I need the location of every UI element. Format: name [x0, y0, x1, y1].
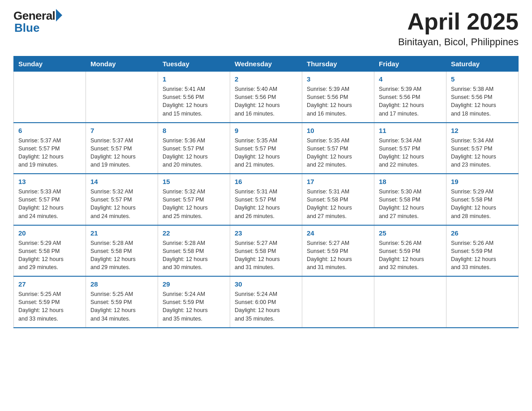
day-info: Sunrise: 5:32 AM Sunset: 5:57 PM Dayligh… — [163, 188, 225, 220]
day-number: 6 — [18, 126, 81, 135]
calendar-cell: 22Sunrise: 5:28 AM Sunset: 5:58 PM Dayli… — [158, 225, 230, 277]
day-info: Sunrise: 5:36 AM Sunset: 5:57 PM Dayligh… — [163, 137, 225, 169]
calendar-cell: 15Sunrise: 5:32 AM Sunset: 5:57 PM Dayli… — [158, 174, 230, 225]
day-info: Sunrise: 5:37 AM Sunset: 5:57 PM Dayligh… — [90, 137, 153, 169]
day-number: 30 — [235, 279, 297, 289]
page-header: General Blue April 2025 Binitayan, Bicol… — [13, 9, 519, 48]
calendar-week-5: 27Sunrise: 5:25 AM Sunset: 5:59 PM Dayli… — [14, 276, 519, 328]
calendar-cell: 17Sunrise: 5:31 AM Sunset: 5:58 PM Dayli… — [302, 174, 374, 225]
day-number: 23 — [235, 228, 297, 238]
day-info: Sunrise: 5:33 AM Sunset: 5:57 PM Dayligh… — [18, 188, 81, 220]
calendar-cell: 30Sunrise: 5:24 AM Sunset: 6:00 PM Dayli… — [230, 276, 302, 328]
calendar-cell: 6Sunrise: 5:37 AM Sunset: 5:57 PM Daylig… — [14, 123, 86, 174]
day-info: Sunrise: 5:29 AM Sunset: 5:58 PM Dayligh… — [18, 239, 81, 272]
day-number: 4 — [379, 74, 442, 84]
day-info: Sunrise: 5:25 AM Sunset: 5:59 PM Dayligh… — [90, 290, 153, 323]
day-number: 5 — [451, 74, 514, 84]
calendar-cell: 23Sunrise: 5:27 AM Sunset: 5:58 PM Dayli… — [230, 225, 302, 277]
day-info: Sunrise: 5:41 AM Sunset: 5:56 PM Dayligh… — [163, 85, 225, 118]
calendar-header-monday: Monday — [86, 56, 158, 72]
day-info: Sunrise: 5:34 AM Sunset: 5:57 PM Dayligh… — [379, 137, 442, 169]
calendar-cell — [14, 72, 86, 123]
day-info: Sunrise: 5:24 AM Sunset: 5:59 PM Dayligh… — [163, 290, 225, 323]
day-info: Sunrise: 5:30 AM Sunset: 5:58 PM Dayligh… — [379, 188, 442, 220]
calendar-week-1: 1Sunrise: 5:41 AM Sunset: 5:56 PM Daylig… — [14, 72, 519, 123]
calendar-cell: 11Sunrise: 5:34 AM Sunset: 5:57 PM Dayli… — [374, 123, 446, 174]
calendar-cell: 21Sunrise: 5:28 AM Sunset: 5:58 PM Dayli… — [86, 225, 158, 277]
day-info: Sunrise: 5:26 AM Sunset: 5:59 PM Dayligh… — [379, 239, 442, 272]
day-number: 12 — [451, 126, 514, 135]
calendar-week-2: 6Sunrise: 5:37 AM Sunset: 5:57 PM Daylig… — [14, 123, 519, 174]
day-info: Sunrise: 5:32 AM Sunset: 5:57 PM Dayligh… — [90, 188, 153, 220]
calendar-table: SundayMondayTuesdayWednesdayThursdayFrid… — [13, 56, 519, 328]
calendar-cell: 29Sunrise: 5:24 AM Sunset: 5:59 PM Dayli… — [158, 276, 230, 328]
calendar-cell: 25Sunrise: 5:26 AM Sunset: 5:59 PM Dayli… — [374, 225, 446, 277]
day-number: 24 — [307, 228, 369, 238]
day-info: Sunrise: 5:28 AM Sunset: 5:58 PM Dayligh… — [163, 239, 225, 272]
day-number: 18 — [379, 177, 442, 186]
calendar-week-3: 13Sunrise: 5:33 AM Sunset: 5:57 PM Dayli… — [14, 174, 519, 225]
day-number: 21 — [90, 228, 153, 238]
day-info: Sunrise: 5:26 AM Sunset: 5:59 PM Dayligh… — [451, 239, 514, 272]
calendar-cell: 18Sunrise: 5:30 AM Sunset: 5:58 PM Dayli… — [374, 174, 446, 225]
calendar-cell: 10Sunrise: 5:35 AM Sunset: 5:57 PM Dayli… — [302, 123, 374, 174]
calendar-cell: 8Sunrise: 5:36 AM Sunset: 5:57 PM Daylig… — [158, 123, 230, 174]
day-number: 28 — [90, 279, 153, 289]
calendar-header-wednesday: Wednesday — [230, 56, 302, 72]
day-number: 15 — [163, 177, 225, 186]
calendar-header-tuesday: Tuesday — [158, 56, 230, 72]
day-info: Sunrise: 5:39 AM Sunset: 5:56 PM Dayligh… — [379, 85, 442, 118]
day-number: 7 — [90, 126, 153, 135]
logo-blue-text: Blue — [14, 21, 39, 35]
day-number: 3 — [307, 74, 369, 84]
calendar-cell: 9Sunrise: 5:35 AM Sunset: 5:57 PM Daylig… — [230, 123, 302, 174]
day-number: 14 — [90, 177, 153, 186]
calendar-header-row: SundayMondayTuesdayWednesdayThursdayFrid… — [14, 56, 519, 72]
calendar-cell: 19Sunrise: 5:29 AM Sunset: 5:58 PM Dayli… — [446, 174, 519, 225]
calendar-cell: 3Sunrise: 5:39 AM Sunset: 5:56 PM Daylig… — [302, 72, 374, 123]
calendar-cell: 4Sunrise: 5:39 AM Sunset: 5:56 PM Daylig… — [374, 72, 446, 123]
day-number: 9 — [235, 126, 297, 135]
calendar-cell — [446, 276, 519, 328]
page-subtitle: Binitayan, Bicol, Philippines — [398, 36, 519, 48]
day-number: 27 — [18, 279, 81, 289]
day-info: Sunrise: 5:29 AM Sunset: 5:58 PM Dayligh… — [451, 188, 514, 220]
calendar-cell: 12Sunrise: 5:34 AM Sunset: 5:57 PM Dayli… — [446, 123, 519, 174]
day-info: Sunrise: 5:37 AM Sunset: 5:57 PM Dayligh… — [18, 137, 81, 169]
calendar-cell: 13Sunrise: 5:33 AM Sunset: 5:57 PM Dayli… — [14, 174, 86, 225]
calendar-cell: 20Sunrise: 5:29 AM Sunset: 5:58 PM Dayli… — [14, 225, 86, 277]
calendar-week-4: 20Sunrise: 5:29 AM Sunset: 5:58 PM Dayli… — [14, 225, 519, 277]
calendar-cell: 28Sunrise: 5:25 AM Sunset: 5:59 PM Dayli… — [86, 276, 158, 328]
day-info: Sunrise: 5:38 AM Sunset: 5:56 PM Dayligh… — [451, 85, 514, 118]
calendar-cell — [302, 276, 374, 328]
calendar-header-saturday: Saturday — [446, 56, 519, 72]
calendar-header-friday: Friday — [374, 56, 446, 72]
calendar-cell: 24Sunrise: 5:27 AM Sunset: 5:59 PM Dayli… — [302, 225, 374, 277]
day-info: Sunrise: 5:24 AM Sunset: 6:00 PM Dayligh… — [235, 290, 297, 323]
page-title: April 2025 — [398, 9, 519, 34]
calendar-cell: 16Sunrise: 5:31 AM Sunset: 5:57 PM Dayli… — [230, 174, 302, 225]
calendar-cell — [374, 276, 446, 328]
day-info: Sunrise: 5:31 AM Sunset: 5:57 PM Dayligh… — [235, 188, 297, 220]
day-number: 25 — [379, 228, 442, 238]
day-number: 2 — [235, 74, 297, 84]
day-info: Sunrise: 5:35 AM Sunset: 5:57 PM Dayligh… — [307, 137, 369, 169]
title-section: April 2025 Binitayan, Bicol, Philippines — [398, 9, 519, 48]
day-info: Sunrise: 5:39 AM Sunset: 5:56 PM Dayligh… — [307, 85, 369, 118]
day-info: Sunrise: 5:34 AM Sunset: 5:57 PM Dayligh… — [451, 137, 514, 169]
day-info: Sunrise: 5:25 AM Sunset: 5:59 PM Dayligh… — [18, 290, 81, 323]
day-number: 11 — [379, 126, 442, 135]
day-info: Sunrise: 5:40 AM Sunset: 5:56 PM Dayligh… — [235, 85, 297, 118]
day-number: 17 — [307, 177, 369, 186]
calendar-cell: 7Sunrise: 5:37 AM Sunset: 5:57 PM Daylig… — [86, 123, 158, 174]
logo-triangle-icon — [56, 9, 62, 21]
day-number: 13 — [18, 177, 81, 186]
day-number: 10 — [307, 126, 369, 135]
calendar-cell: 1Sunrise: 5:41 AM Sunset: 5:56 PM Daylig… — [158, 72, 230, 123]
day-number: 19 — [451, 177, 514, 186]
day-number: 20 — [18, 228, 81, 238]
calendar-cell: 14Sunrise: 5:32 AM Sunset: 5:57 PM Dayli… — [86, 174, 158, 225]
calendar-cell: 5Sunrise: 5:38 AM Sunset: 5:56 PM Daylig… — [446, 72, 519, 123]
logo: General Blue — [13, 9, 62, 35]
day-number: 26 — [451, 228, 514, 238]
